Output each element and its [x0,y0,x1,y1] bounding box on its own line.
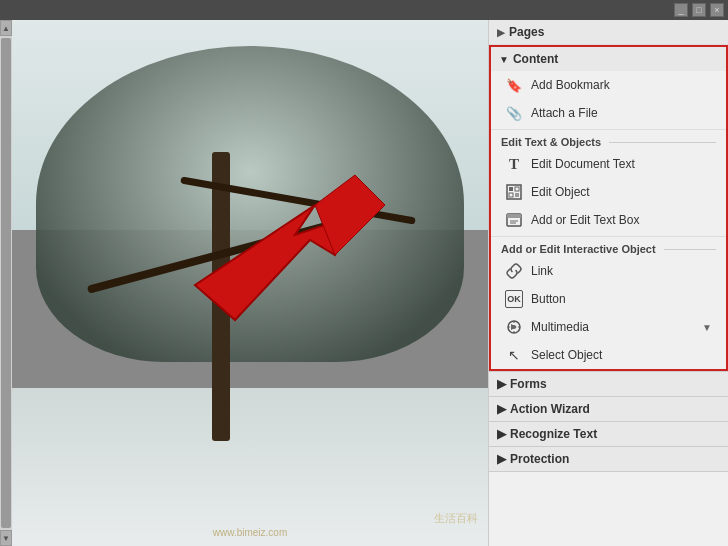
bookmark-icon: 🔖 [505,76,523,94]
action-wizard-section-header[interactable]: ▶ Action Wizard [489,396,728,421]
edit-document-text-item[interactable]: T Edit Document Text [491,150,726,178]
multimedia-label: Multimedia [531,320,589,334]
content-section: ▼ Content 🔖 Add Bookmark 📎 Attach a File… [489,45,728,371]
snow-scene [12,20,488,546]
edit-text-objects-subsection: Edit Text & Objects [491,129,726,150]
watermark-url: www.bimeiz.com [213,527,287,538]
watermark-cn: 生活百科 [434,511,478,526]
edit-text-icon: T [505,155,523,173]
select-object-item[interactable]: ↖ Select Object [491,341,726,369]
recognize-text-label: Recognize Text [510,427,597,441]
right-panel: ▶ Pages ▼ Content 🔖 Add Bookmark 📎 Attac… [488,20,728,546]
ok-button-icon: OK [505,290,523,308]
scroll-thumb[interactable] [1,38,11,528]
interactive-object-label: Add or Edit Interactive Object [501,243,656,255]
action-wizard-label: Action Wizard [510,402,590,416]
multimedia-dropdown-icon: ▼ [702,322,712,333]
svg-rect-4 [515,187,519,191]
attach-file-item[interactable]: 📎 Attach a File [491,99,726,127]
edit-object-label: Edit Object [531,185,590,199]
left-scrollbar[interactable]: ▲ ▼ [0,20,12,546]
attach-icon: 📎 [505,104,523,122]
add-edit-text-box-item[interactable]: Add or Edit Text Box [491,206,726,234]
tree-trunk [212,152,230,441]
link-icon [505,262,523,280]
action-wizard-arrow-icon: ▶ [497,402,506,416]
cursor-icon: ↖ [505,346,523,364]
svg-rect-6 [515,193,519,197]
text-box-icon [505,211,523,229]
recognize-text-arrow-icon: ▶ [497,427,506,441]
recognize-text-section-header[interactable]: ▶ Recognize Text [489,421,728,446]
image-area: 生活百科 www.bimeiz.com [12,20,488,546]
link-label: Link [531,264,553,278]
ground-bg [12,388,488,546]
tree-canopy [36,46,464,362]
scroll-up-button[interactable]: ▲ [0,20,12,36]
main-area: ▲ ▼ 生活百科 www.bimeiz.com [0,20,728,546]
minimize-button[interactable]: _ [674,3,688,17]
scroll-down-button[interactable]: ▼ [0,530,12,546]
attach-file-label: Attach a File [531,106,598,120]
content-arrow-icon: ▼ [499,54,509,65]
svg-rect-8 [507,214,521,218]
content-label: Content [513,52,558,66]
forms-section-header[interactable]: ▶ Forms [489,371,728,396]
forms-label: Forms [510,377,547,391]
protection-label: Protection [510,452,569,466]
select-object-label: Select Object [531,348,602,362]
multimedia-icon [505,318,523,336]
add-bookmark-item[interactable]: 🔖 Add Bookmark [491,71,726,99]
content-section-header[interactable]: ▼ Content [491,47,726,71]
interactive-object-subsection: Add or Edit Interactive Object [491,236,726,257]
link-item[interactable]: Link [491,257,726,285]
add-edit-text-box-label: Add or Edit Text Box [531,213,640,227]
pages-section-header[interactable]: ▶ Pages [489,20,728,45]
pages-label: Pages [509,25,544,39]
title-bar: _ □ × [0,0,728,20]
panel-scroll[interactable]: ▶ Pages ▼ Content 🔖 Add Bookmark 📎 Attac… [489,20,728,546]
button-label: Button [531,292,566,306]
edit-object-item[interactable]: Edit Object [491,178,726,206]
add-bookmark-label: Add Bookmark [531,78,610,92]
edit-object-icon [505,183,523,201]
protection-section-header[interactable]: ▶ Protection [489,446,728,472]
multimedia-item[interactable]: Multimedia ▼ [491,313,726,341]
svg-rect-3 [509,187,513,191]
close-button[interactable]: × [710,3,724,17]
forms-arrow-icon: ▶ [497,377,506,391]
pages-arrow-icon: ▶ [497,27,505,38]
svg-rect-5 [509,193,513,197]
maximize-button[interactable]: □ [692,3,706,17]
button-item[interactable]: OK Button [491,285,726,313]
edit-text-objects-label: Edit Text & Objects [501,136,601,148]
edit-document-text-label: Edit Document Text [531,157,635,171]
protection-arrow-icon: ▶ [497,452,506,466]
